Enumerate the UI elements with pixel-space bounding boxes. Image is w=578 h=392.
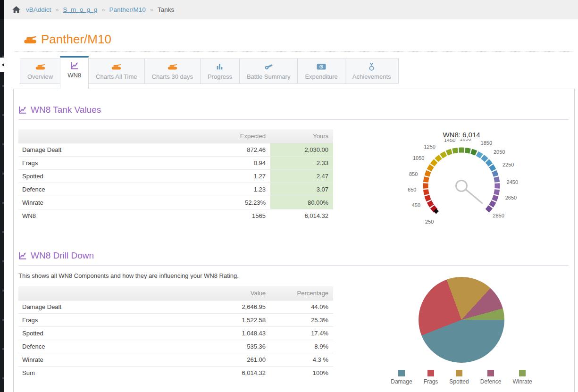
tank-icon [111, 63, 121, 71]
home-icon[interactable] [12, 6, 20, 13]
gauge-segment [483, 157, 486, 160]
gauge-tick-label: 450 [412, 202, 420, 208]
row-label: Sum [18, 367, 208, 380]
row-value: 17.4% [270, 327, 333, 340]
tab-achievements[interactable]: Achievements [345, 58, 399, 84]
breadcrumb-separator: » [150, 6, 153, 13]
row-label: Defence [18, 183, 208, 196]
medal-icon [369, 63, 375, 71]
legend-item-spotted: Spotted [449, 370, 469, 385]
sidebar-top-segment [0, 0, 4, 19]
tab-content-panel: WN8 Tank Values ExpectedYoursDamage Deal… [13, 89, 575, 392]
breadcrumb-item-vbaddict[interactable]: vBAddict [26, 6, 51, 13]
tank-icon [24, 35, 37, 44]
gauge-tick-label: 2050 [494, 149, 505, 155]
row-value: 6,014.32 [270, 209, 333, 223]
gauge-segment [496, 190, 497, 195]
gauge-tick-label: 2850 [493, 213, 504, 218]
legend-swatch [519, 370, 526, 376]
gauge-segment [426, 190, 427, 195]
tab-wn8[interactable]: WN8 [60, 56, 89, 89]
breadcrumb-item-s-m-o-g-g[interactable]: S_m_o_g_g [63, 6, 98, 13]
tab-overview[interactable]: Overview [20, 58, 60, 84]
gauge-segment [477, 154, 481, 157]
line-chart-icon [18, 251, 27, 260]
gauge-tick-label: 1850 [481, 140, 492, 146]
tab-label: Expenditure [305, 73, 337, 80]
page-title-text: Panther/M10 [41, 32, 111, 47]
gauge-segment [487, 207, 491, 211]
table-row: Frags1,522.5825.3% [18, 314, 333, 327]
table-row: Damage Dealt2,646.9544.0% [18, 300, 333, 314]
row-value: 1,522.58 [208, 314, 270, 327]
gauge-tick-label: 2250 [503, 162, 514, 167]
gauge-segment [496, 177, 497, 183]
legend-label: Frags [424, 378, 438, 385]
gauge-needle-hub [456, 181, 467, 192]
tab-progress[interactable]: Progress [200, 58, 240, 84]
row-label: Winrate [18, 196, 208, 209]
table-row: Spotted1.272.47 [18, 170, 333, 183]
tab-label: Progress [208, 73, 232, 80]
bar-chart-icon [216, 63, 224, 71]
tank-values-table: ExpectedYoursDamage Dealt872.462,030.00F… [18, 129, 333, 222]
legend-item-damage: Damage [391, 370, 412, 385]
row-value: 3.07 [270, 183, 333, 196]
legend-label: Damage [391, 378, 412, 385]
row-value: 52.23% [208, 196, 270, 209]
row-value: 0.94 [208, 157, 270, 170]
breadcrumb-separator: » [101, 6, 105, 13]
column-header: Percentage [270, 286, 333, 300]
row-value: 535.36 [208, 340, 270, 353]
gauge-segment [429, 201, 432, 206]
gauge-segment [429, 166, 432, 170]
tab-label: Achievements [352, 73, 391, 80]
gauge-segment [494, 196, 496, 200]
gauge-segment [427, 171, 429, 176]
row-value: 1,048.43 [208, 327, 270, 340]
tank-icon [168, 63, 177, 71]
row-value: 25.3% [270, 314, 333, 327]
column-header: Yours [270, 129, 333, 143]
legend-item-frags: Frags [424, 370, 438, 385]
gauge-segment [494, 171, 496, 176]
row-value: 1.23 [208, 183, 270, 196]
gauge-segment [432, 161, 436, 165]
row-value: 100% [270, 367, 333, 380]
cannon-icon [264, 63, 273, 71]
row-value: 44.0% [270, 300, 333, 314]
tab-label: Charts 30 days [152, 73, 193, 80]
gauge-segment [426, 177, 427, 183]
row-label: Damage Dealt [18, 300, 208, 314]
breadcrumb-item-panther-m10[interactable]: Panther/M10 [109, 6, 146, 13]
gauge-segment [491, 201, 494, 206]
legend-swatch [487, 370, 494, 376]
tab-charts-30-days[interactable]: Charts 30 days [144, 58, 201, 84]
row-value: 2,646.95 [208, 300, 270, 314]
column-header [18, 129, 208, 143]
row-label: WN8 [18, 209, 208, 223]
gauge-segment [471, 151, 476, 153]
tab-expenditure[interactable]: Expenditure [297, 58, 345, 84]
column-header [18, 286, 208, 300]
tab-battle-summary[interactable]: Battle Summary [239, 58, 298, 84]
gauge-segment [487, 161, 491, 165]
table-row: Spotted1,048.4317.4% [18, 327, 333, 340]
gauge-tick-label: 1050 [413, 155, 424, 161]
table-row: Defence1.233.07 [18, 183, 333, 196]
row-value: 1.27 [208, 170, 270, 183]
row-value: 261.00 [208, 353, 270, 367]
tab-label: Charts All Time [96, 73, 137, 80]
table-row: Winrate261.004.3 % [18, 353, 333, 367]
money-icon [317, 63, 326, 71]
row-label: Defence [18, 340, 208, 353]
column-header: Expected [208, 129, 270, 143]
gauge-segment [436, 157, 440, 160]
gauge-tick-label: 250 [425, 219, 434, 225]
tab-charts-all-time[interactable]: Charts All Time [88, 58, 144, 84]
row-value: 2.47 [270, 170, 333, 183]
tab-label: Overview [27, 73, 53, 80]
section-header: WN8 Drill Down [18, 250, 569, 266]
legend-swatch [427, 370, 434, 376]
legend-swatch [398, 370, 405, 376]
